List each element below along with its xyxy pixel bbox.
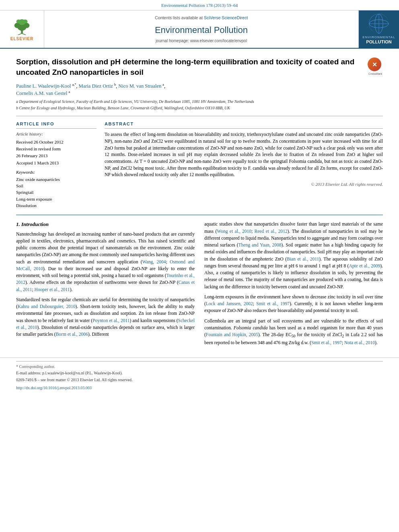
cite-bian2011[interactable]: Bian et al., 2011 <box>287 257 319 261</box>
author-waalewijn-kool[interactable]: Pauline L. Waalewijn-Kool <box>16 83 71 89</box>
keyword-4: Long-term exposure <box>16 196 97 202</box>
corresponding-note: * Corresponding author. <box>16 364 383 370</box>
abstract-text: To assess the effect of long-term dissol… <box>105 131 383 178</box>
cite-tourinho2012[interactable]: Tourinho et al., 2012 <box>16 273 195 285</box>
sciverse-text: Contents lists available at <box>155 15 203 20</box>
page-wrapper: Environmental Pollution 178 (2013) 59–64 <box>0 0 399 396</box>
cite-apte2009[interactable]: Apte et al., 2009 <box>349 263 380 268</box>
revised-date: 26 February 2013 <box>16 153 97 159</box>
cite-smit1997[interactable]: Smit et al., 1997 <box>256 301 290 306</box>
sciverse-line: Contents lists available at SciVerse Sci… <box>155 15 248 21</box>
cite-poynton2011[interactable]: Poynton et al., 2011 <box>93 318 130 323</box>
received-date: Received 26 October 2012 <box>16 139 97 145</box>
divider-after-affiliations <box>16 116 383 116</box>
ep-logo-box: ENVIRONMENTAL POLLUTION <box>359 10 399 48</box>
cite-wong2010[interactable]: Wong et al., 2010 <box>217 229 251 234</box>
sciverse-link[interactable]: SciVerse ScienceDirect <box>204 15 248 20</box>
journal-center: Contents lists available at SciVerse Sci… <box>44 10 359 48</box>
right-body-column: aquatic studies show that nanoparticles … <box>204 221 383 349</box>
homepage-line: journal homepage: www.elsevier.com/locat… <box>156 38 247 44</box>
cite-hooper2011[interactable]: Hooper et al., 2011 <box>35 287 70 292</box>
issn-note: 0269-7491/$ – see front matter © 2013 El… <box>16 377 383 383</box>
svg-line-2 <box>22 33 26 35</box>
article-info-title: ARTICLE INFO <box>16 121 97 129</box>
body-text-columns: 1. Introduction Nanotechnology has devel… <box>16 221 383 349</box>
email-note: E-mail address: p.l.waalewijn-kool@vu.nl… <box>16 370 383 376</box>
intro-para-1: Nanotechnology has developed an increasi… <box>16 231 195 293</box>
intro-para-2: Standardized tests for regular chemicals… <box>16 296 195 338</box>
article-content: Sorption, dissolution and pH determine t… <box>0 49 399 353</box>
keyword-2: Soil <box>16 183 97 189</box>
cite-borm2006[interactable]: Borm et al., 2006 <box>56 332 88 337</box>
cite-reed2012[interactable]: Reed et al., 2012 <box>255 229 288 234</box>
author-diez-ortiz[interactable]: Maria Diez Ortiz <box>79 83 113 89</box>
article-title: Sorption, dissolution and pH determine t… <box>16 57 362 77</box>
journal-ref: Environmental Pollution 178 (2013) 59–64 <box>161 3 238 8</box>
cite-fountain2005[interactable]: Fountain and Hopkin, 2005 <box>206 332 258 337</box>
svg-point-7 <box>16 19 21 23</box>
ep-logo-text-main: POLLUTION <box>366 39 392 45</box>
affiliation-a: a Department of Ecological Science, Facu… <box>16 99 383 105</box>
copyright-line: © 2013 Elsevier Ltd. All rights reserved… <box>105 181 383 187</box>
intro-column: 1. Introduction Nanotechnology has devel… <box>16 221 195 349</box>
cite-kahru2010[interactable]: Kahru and Dubourguier, 2010 <box>18 304 76 309</box>
cite-theng2008[interactable]: Theng and Yuan, 2008 <box>239 242 282 247</box>
right-para-3: Collembola are an integral part of soil … <box>204 318 383 346</box>
cite-smit1997b[interactable]: Smit et al., 1997 <box>311 340 342 345</box>
intro-title: 1. Introduction <box>16 221 195 228</box>
elsevier-logo: ELSEVIER <box>10 17 33 42</box>
author-van-straalen[interactable]: Nico M. van Straalen <box>118 83 161 89</box>
article-info-column: ARTICLE INFO Article history: Received 2… <box>16 121 97 210</box>
crossmark-badge: ✕ CrossMark <box>368 58 383 76</box>
footer-area: * Corresponding author. E-mail address: … <box>0 357 399 396</box>
elsevier-wordmark: ELSEVIER <box>10 36 33 42</box>
right-para-1: aquatic studies show that nanoparticles … <box>204 221 383 290</box>
info-abstract-columns: ARTICLE INFO Article history: Received 2… <box>16 121 383 210</box>
article-title-section: Sorption, dissolution and pH determine t… <box>16 57 383 77</box>
svg-point-9 <box>21 31 23 33</box>
elsevier-tree-icon <box>11 17 33 35</box>
svg-line-1 <box>18 33 22 35</box>
ep-logo-globe-icon <box>369 14 389 34</box>
elsevier-logo-box: ELSEVIER <box>0 10 44 48</box>
ep-logo-text-top: ENVIRONMENTAL <box>362 35 395 39</box>
keyword-5: Dissolution <box>16 203 97 209</box>
keyword-1: Zinc oxide nanoparticles <box>16 177 97 183</box>
cite-nota2010[interactable]: Nota et al., 2010 <box>344 340 375 345</box>
doi-link[interactable]: http://dx.doi.org/10.1016/j.envpol.2013.… <box>16 386 92 390</box>
received-revised-label: Received in revised form <box>16 146 97 152</box>
author-van-gestel[interactable]: Cornelis A.M. van Gestel <box>16 90 67 96</box>
abstract-column: ABSTRACT To assess the effect of long-te… <box>105 121 383 210</box>
cite-lock2002[interactable]: Lock and Janssen, 2002 <box>206 301 253 306</box>
authors-text: Pauline L. Waalewijn-Kool a,*, Maria Die… <box>16 83 165 97</box>
cite-osmond2010[interactable]: Osmond and McCall, 2010 <box>16 259 195 271</box>
crossmark-label: CrossMark <box>368 72 383 76</box>
authors-line: Pauline L. Waalewijn-Kool a,*, Maria Die… <box>16 82 383 97</box>
top-bar: Environmental Pollution 178 (2013) 59–64 <box>0 0 399 10</box>
section-divider <box>16 215 383 215</box>
abstract-title: ABSTRACT <box>105 121 383 129</box>
article-history-label: Article history: <box>16 131 97 137</box>
accepted-date: Accepted 1 March 2013 <box>16 160 97 166</box>
journal-header: ELSEVIER Contents lists available at Sci… <box>0 10 399 49</box>
affiliation-b: b Centre for Ecology and Hydrology, Macl… <box>16 105 383 111</box>
right-para-2: Long-term exposures in the environment h… <box>204 294 383 314</box>
svg-point-8 <box>23 19 27 23</box>
crossmark-icon: ✕ <box>368 58 381 71</box>
cite-wang2004[interactable]: Wang, 2004 <box>142 259 166 264</box>
journal-title-main: Environmental Pollution <box>155 24 248 37</box>
keyword-3: Springtail <box>16 189 97 195</box>
keywords-label: Keywords: <box>16 169 97 175</box>
